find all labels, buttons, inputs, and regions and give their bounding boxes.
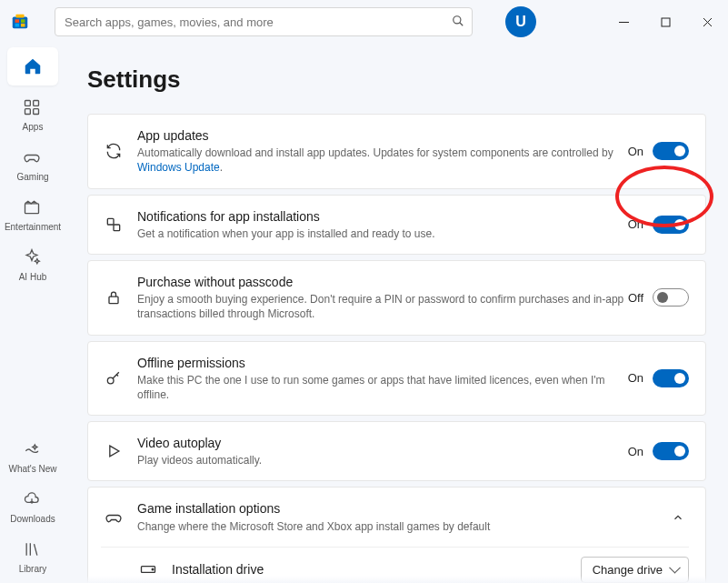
svg-point-25 [152,568,154,570]
nav-label: Entertainment [5,222,61,232]
home-icon [23,56,43,76]
svg-line-7 [460,22,464,25]
search-icon[interactable] [452,15,464,30]
svg-line-19 [35,544,37,556]
setting-title: Purchase without passcode [137,274,628,290]
nav-gaming[interactable]: Gaming [5,141,60,191]
setting-desc: Enjoy a smooth buying experience. Don't … [137,292,628,321]
content: Settings App updates Automatically downl… [65,44,728,583]
setting-app-updates: App updates Automatically download and i… [87,114,706,189]
toggle-state-label: On [628,217,643,231]
app-updates-toggle[interactable] [653,142,689,160]
setting-purchase-without-passcode: Purchase without passcode Enjoy a smooth… [87,260,706,336]
svg-rect-2 [15,19,20,23]
setting-desc: Change where the Microsoft Store and Xbo… [137,519,667,534]
notifications-icon [101,216,126,234]
toggle-state-label: On [628,371,643,385]
minimize-button[interactable] [603,7,644,36]
nav-label: AI Hub [19,272,47,282]
nav-label: Library [19,564,47,574]
setting-title: Video autoplay [137,435,628,451]
svg-rect-5 [21,24,25,27]
setting-video-autoplay: Video autoplay Play videos automatically… [87,421,706,481]
setting-desc: Play videos automatically. [137,453,628,467]
window-buttons [603,7,728,36]
notifications-toggle[interactable] [653,216,689,234]
setting-title: Game installation options [137,500,667,517]
purchase-toggle[interactable] [653,288,689,307]
app-window: U Apps Gaming [0,0,728,583]
user-avatar[interactable]: U [505,6,536,37]
nav-library[interactable]: Library [5,533,60,583]
autoplay-toggle[interactable] [653,442,689,460]
svg-rect-16 [25,204,39,214]
play-icon [101,442,126,460]
controller-icon [101,508,126,527]
setting-game-installation-options: Game installation options Change where t… [87,487,706,583]
gaming-icon [23,148,43,168]
nav-ai-hub[interactable]: AI Hub [5,241,60,291]
nav-label: Apps [23,122,44,132]
nav-downloads[interactable]: Downloads [5,483,60,533]
chevron-up-icon [667,507,689,528]
svg-rect-0 [13,17,28,29]
nav-whats-new[interactable]: What's New [5,433,60,483]
entertainment-icon [23,198,43,218]
svg-rect-3 [21,19,25,23]
sidebar: Apps Gaming Entertainment AI Hub [0,44,65,583]
setting-desc: Make this PC the one I use to run some g… [137,373,628,402]
setting-title: Notifications for app installations [137,208,628,225]
sync-icon [101,142,126,160]
svg-rect-22 [109,297,118,304]
game-install-header[interactable]: Game installation options Change where t… [101,500,689,546]
store-app-icon [7,9,33,35]
setting-desc: Automatically download and install app u… [137,146,628,175]
windows-update-link[interactable]: Windows Update [137,161,220,174]
nav-label: What's New [8,464,56,474]
svg-rect-14 [25,109,31,115]
search-wrap [55,7,473,36]
svg-rect-12 [25,101,31,106]
toggle-state-label: On [628,145,643,158]
svg-rect-1 [15,15,24,18]
whats-new-icon [23,440,43,460]
setting-desc: Get a notification when your app is inst… [137,226,628,241]
titlebar: U [0,0,728,44]
setting-title: Offline permissions [137,355,628,371]
offline-toggle[interactable] [653,369,689,387]
ai-hub-icon [23,248,43,268]
key-icon [101,369,126,387]
fade [65,576,728,583]
lock-icon [101,288,126,307]
svg-rect-4 [15,24,20,27]
nav-home[interactable] [7,47,58,85]
setting-offline-permissions: Offline permissions Make this PC the one… [87,341,706,417]
maximize-button[interactable] [644,7,686,36]
body: Apps Gaming Entertainment AI Hub [0,44,728,583]
nav-label: Gaming [16,172,48,182]
search-input[interactable] [63,15,452,30]
nav-apps[interactable]: Apps [5,91,60,141]
nav-label: Downloads [10,514,55,524]
svg-rect-15 [34,109,39,115]
search-box[interactable] [55,7,473,36]
setting-notifications: Notifications for app installations Get … [87,195,706,255]
svg-rect-21 [114,225,120,231]
svg-point-23 [107,377,114,384]
setting-title: App updates [137,127,628,144]
svg-rect-13 [34,101,39,106]
svg-point-6 [454,15,461,23]
page-title: Settings [87,65,706,94]
nav-entertainment[interactable]: Entertainment [5,191,60,241]
close-button[interactable] [686,7,728,36]
svg-rect-9 [662,18,670,26]
apps-icon [23,98,43,118]
svg-rect-20 [107,218,114,225]
downloads-icon [23,490,43,510]
library-icon [23,540,43,560]
toggle-state-label: On [628,445,643,458]
toggle-state-label: Off [628,291,643,305]
